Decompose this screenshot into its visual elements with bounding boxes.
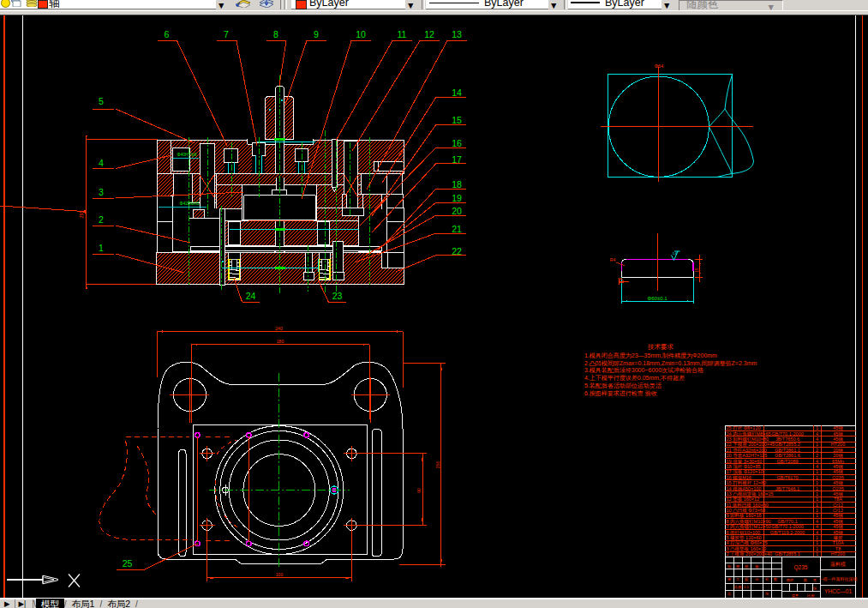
svg-text:1: 1 (816, 503, 818, 508)
svg-text:量: 量 (812, 578, 817, 582)
svg-text:Q235: Q235 (832, 486, 843, 491)
svg-text:审: 审 (727, 577, 731, 581)
svg-text:Cr12: Cr12 (833, 508, 843, 513)
svg-text:1: 1 (816, 540, 818, 545)
svg-text:45钢: 45钢 (833, 491, 843, 497)
svg-text:90: 90 (416, 488, 422, 493)
svg-text:Cr12: Cr12 (833, 503, 843, 508)
svg-text:4: 4 (816, 519, 818, 524)
svg-text:18 顶杆 Φ10×85: 18 顶杆 Φ10×85 (727, 464, 761, 469)
svg-text:6.按图样要求进行检查 验收: 6.按图样要求进行检查 验收 (584, 390, 657, 397)
svg-text:技术要求: 技术要求 (647, 343, 674, 351)
svg-text:核: 核 (755, 564, 759, 569)
svg-text:2: 2 (816, 453, 818, 458)
svg-text:图样: 图样 (787, 578, 793, 582)
svg-text:1: 1 (816, 442, 818, 447)
svg-text:数: 数 (804, 578, 808, 582)
svg-text:18: 18 (452, 179, 462, 190)
svg-text:Φ64: Φ64 (655, 63, 664, 69)
svg-text:5.装配后各活动部位运动灵活: 5.装配后各活动部位运动灵活 (584, 382, 662, 389)
svg-text:22 下模座 200×200×45: 22 下模座 200×200×45 (727, 442, 775, 447)
svg-text:45钢: 45钢 (833, 524, 843, 529)
svg-text:Φ60±0.1: Φ60±0.1 (647, 296, 667, 301)
svg-text:8: 8 (273, 29, 278, 39)
svg-text:45钢: 45钢 (833, 530, 843, 535)
svg-text:比例: 比例 (734, 585, 741, 590)
svg-text:23: 23 (332, 291, 343, 301)
svg-text:GB/T70.1-2000: GB/T70.1-2000 (771, 524, 804, 529)
svg-text:GB/T70.1-2000: GB/T70.1-2000 (771, 431, 804, 436)
svg-text:JB/T7650.6: JB/T7650.6 (775, 436, 799, 442)
svg-text:GB/T119.2-2000: GB/T119.2-2000 (770, 530, 805, 535)
svg-text:1: 1 (99, 243, 104, 253)
svg-text:9 卸料板 160×16: 9 卸料板 160×16 (727, 513, 762, 518)
svg-text:重量: 重量 (792, 593, 799, 598)
svg-text:数: 数 (774, 577, 778, 581)
svg-text:T8: T8 (835, 546, 841, 551)
svg-text:1: 1 (816, 546, 818, 551)
svg-text:工: 工 (735, 577, 739, 581)
svg-text:45钢: 45钢 (833, 513, 843, 518)
svg-text:240: 240 (275, 326, 283, 331)
svg-text:HT200: HT200 (831, 442, 846, 447)
svg-text:4: 4 (816, 530, 818, 535)
svg-text:1: 1 (816, 513, 818, 518)
svg-text:1: 1 (816, 486, 818, 491)
svg-text:45钢: 45钢 (833, 519, 843, 524)
svg-text:校: 校 (745, 564, 749, 569)
svg-text:张: 张 (765, 592, 769, 596)
svg-text:2: 2 (816, 448, 818, 453)
svg-text:1: 1 (816, 535, 818, 540)
svg-text:落料模: 落料模 (830, 562, 846, 568)
svg-text:YHCC—01: YHCC—01 (824, 588, 853, 594)
svg-text:处: 处 (765, 577, 769, 581)
svg-text:24 内六角螺钉M8×65: 24 内六角螺钉M8×65 (727, 431, 771, 436)
svg-text:标: 标 (745, 577, 749, 582)
svg-text:2.凸凹模间隙Zmax=0.18mm,Zmin=0.13mm: 2.凸凹模间隙Zmax=0.18mm,Zmin=0.13mm,间隙调整值Z=2.… (584, 360, 757, 367)
svg-text:45钢: 45钢 (833, 480, 843, 485)
svg-text:4: 4 (816, 524, 818, 529)
svg-text:GB/T2855.2: GB/T2855.2 (775, 442, 800, 447)
svg-text:15: 15 (695, 268, 699, 273)
svg-text:GB/T70.1: GB/T70.1 (777, 519, 798, 524)
svg-text:65Mn: 65Mn (832, 459, 844, 464)
svg-text:14: 14 (452, 87, 462, 98)
svg-text:Φ40H7/p6: Φ40H7/p6 (177, 152, 197, 157)
svg-text:12: 12 (424, 29, 434, 39)
svg-text:T8A: T8A (834, 497, 842, 502)
svg-text:张: 张 (813, 587, 817, 591)
svg-text:6: 6 (165, 29, 170, 39)
svg-text:45钢: 45钢 (833, 431, 843, 436)
svg-text:13: 13 (452, 29, 462, 39)
svg-text:R4: R4 (610, 257, 616, 262)
svg-text:20: 20 (452, 206, 462, 216)
svg-text:23 卸料螺钉M10×80: 23 卸料螺钉M10×80 (727, 436, 769, 442)
svg-text:45钢: 45钢 (833, 464, 843, 469)
svg-text:1.模具闭合高度为23—35mm,制件精度为Φ200mm: 1.模具闭合高度为23—35mm,制件精度为Φ200mm (584, 352, 717, 359)
svg-text:5: 5 (99, 96, 104, 106)
svg-text:GB/T2089: GB/T2089 (776, 459, 798, 464)
svg-text:17 顶板 Φ120×10: 17 顶板 Φ120×10 (727, 469, 763, 474)
svg-text:4: 4 (99, 158, 104, 168)
svg-text:GB/T2855.1: GB/T2855.1 (775, 551, 800, 557)
svg-text:橡胶: 橡胶 (834, 535, 844, 540)
svg-text:2: 2 (99, 214, 104, 225)
svg-text:2 上模座 200×200×40: 2 上模座 200×200×40 (727, 551, 773, 557)
svg-text:1: 1 (816, 475, 818, 480)
svg-text:45钢: 45钢 (833, 469, 843, 474)
svg-text:1: 1 (816, 469, 818, 474)
svg-text:16 螺母M16: 16 螺母M16 (727, 475, 751, 480)
svg-text:4: 4 (816, 464, 818, 469)
svg-text:9: 9 (314, 29, 319, 39)
svg-text:Q235: Q235 (794, 564, 808, 571)
svg-text:GB/T2861.6: GB/T2861.6 (775, 453, 800, 458)
svg-text:Φ42H6/h5: Φ42H6/h5 (180, 201, 200, 206)
svg-text:4.上下模平行度误差0.05mm,不得超差: 4.上下模平行度误差0.05mm,不得超差 (584, 375, 685, 382)
svg-text:4: 4 (816, 459, 818, 464)
svg-text:1: 1 (816, 497, 818, 502)
svg-text:1: 1 (816, 508, 818, 513)
svg-text:JB/T7646.1: JB/T7646.1 (775, 486, 799, 491)
svg-text:GB/T6170: GB/T6170 (776, 475, 798, 480)
svg-text:21 导柱A32h6×200: 21 导柱A32h6×200 (727, 448, 767, 453)
svg-text:11: 11 (398, 29, 407, 39)
